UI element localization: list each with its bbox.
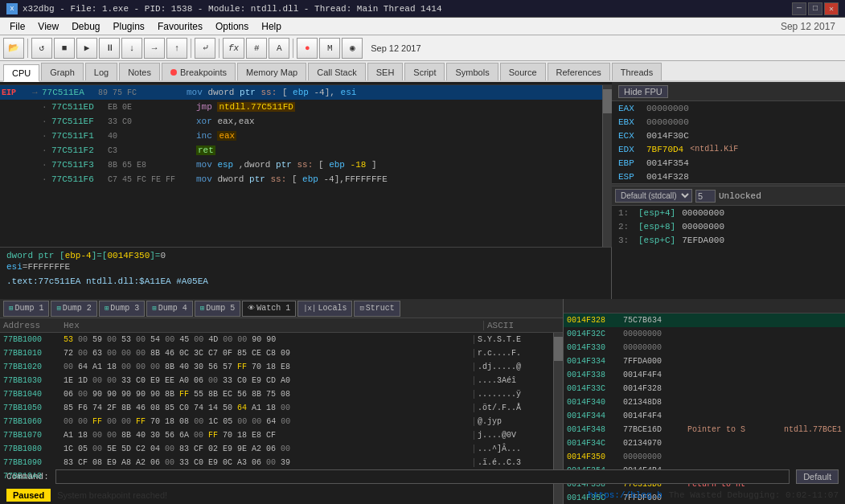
arrow-icon: →: [32, 88, 42, 97]
disasm-hex-7: C7 45 FC FE FF: [108, 175, 196, 184]
toolbar-open[interactable]: 📂: [3, 38, 24, 59]
disasm-row[interactable]: · 77C511EF 33 C0 xor eax,eax: [0, 114, 602, 129]
stack-row[interactable]: 0014F348 77BCE16D Pointer to S ntdll.77B…: [564, 423, 845, 436]
disasm-scrollbar[interactable]: [602, 85, 612, 247]
toolbar-hash[interactable]: #: [246, 38, 267, 59]
dump-tab-label-4: Dump 4: [158, 304, 187, 313]
toolbar-font[interactable]: A: [269, 38, 289, 59]
disasm-hex-6: 8B 65 E8: [108, 161, 196, 170]
disasm-scrollbar-thumb[interactable]: [603, 89, 612, 113]
toolbar-separator-4: [293, 39, 293, 58]
tab-source[interactable]: Source: [500, 63, 546, 80]
tab-call-stack[interactable]: Call Stack: [308, 63, 366, 80]
menu-item-plugins[interactable]: Plugins: [107, 19, 151, 34]
toolbar-pause[interactable]: ⏸: [99, 38, 120, 59]
disasm-row[interactable]: · 77C511F3 8B 65 E8 mov esp ,dword ptr s…: [0, 158, 602, 172]
dump-row[interactable]: 77BB1070 A1 18 00 00 8B 40 30 56 6A 00 F…: [0, 428, 553, 442]
toolbar-trace[interactable]: ◉: [342, 38, 363, 59]
tab-memory-map[interactable]: Memory Map: [237, 63, 306, 80]
menu-item-file[interactable]: File: [3, 19, 31, 34]
command-input[interactable]: [55, 469, 790, 484]
stack-row-current[interactable]: 0014F328 75C7B634: [564, 313, 845, 327]
toolbar-expr[interactable]: fx: [223, 38, 244, 59]
disasm-row[interactable]: · 77C511F2 C3 ret: [0, 143, 602, 158]
toolbar-run-to-cursor[interactable]: ⤶: [195, 38, 215, 59]
toolbar-restart[interactable]: ↺: [31, 38, 52, 59]
dump-tab-2[interactable]: ⊞ Dump 2: [51, 301, 96, 317]
info-line-3: .text:77c511EA ntdll.dll:$A11EA #A05EA: [6, 277, 605, 286]
tab-log[interactable]: Log: [85, 63, 117, 80]
disasm-mnem-2: jmp ntdll.77C511FD: [196, 102, 295, 112]
reg-esp: ESP 0014F328: [612, 170, 845, 183]
menu-item-view[interactable]: View: [31, 19, 65, 34]
dump-tab-5[interactable]: ⊞ Dump 5: [195, 301, 240, 317]
tab-breakpoints[interactable]: Breakpoints: [162, 63, 236, 80]
stack-row[interactable]: 0014F32C 00000000: [564, 327, 845, 341]
tab-label: Log: [94, 68, 109, 77]
dump-row[interactable]: 77BB1000 53 00 59 00 53 00 54 00 45 00 4…: [0, 333, 553, 346]
dump-row[interactable]: 77BB1040 06 00 90 90 90 90 90 8B FF 55 8…: [0, 387, 553, 401]
dump-tab-struct[interactable]: ⊡ Struct: [354, 301, 400, 317]
disasm-row[interactable]: · 77C511ED EB 0E jmp ntdll.77C511FD: [0, 100, 602, 114]
minimize-button[interactable]: ─: [792, 2, 806, 15]
tab-threads[interactable]: Threads: [612, 63, 662, 80]
dump-icon-1: ⊞: [9, 304, 13, 313]
disasm-addr-3: 77C511EF: [51, 117, 108, 126]
stack-row[interactable]: 0014F344 0014F4F4: [564, 409, 845, 423]
dump-tab-locals[interactable]: |x| Locals: [297, 301, 352, 317]
toolbar-bp[interactable]: ●: [297, 38, 318, 59]
callstack-count-input[interactable]: [695, 190, 716, 203]
dump-icon-5: ⊞: [200, 304, 204, 313]
stack-row[interactable]: 0014F33C 0014F328: [564, 382, 845, 395]
menu-item-help[interactable]: Help: [255, 19, 288, 34]
dump-row[interactable]: 77BB1050 85 F6 74 2F 8B 46 08 85 C0 74 1…: [0, 401, 553, 415]
status-paused-badge: Paused: [6, 489, 51, 502]
dump-tab-watch1[interactable]: 👁 Watch 1: [242, 301, 296, 317]
toolbar-mem[interactable]: M: [319, 38, 340, 59]
default-button[interactable]: Default: [796, 469, 839, 484]
toolbar-step-over[interactable]: →: [144, 38, 165, 59]
dump-tab-3[interactable]: ⊞ Dump 3: [99, 301, 145, 317]
tab-label: Notes: [128, 68, 151, 77]
tab-seh[interactable]: SEH: [367, 63, 404, 80]
dump-row[interactable]: 77BB1090 83 CF 08 E9 A8 A2 06 00 33 C0 E…: [0, 456, 553, 469]
dump-tab-4[interactable]: ⊞ Dump 4: [146, 301, 192, 317]
tab-cpu[interactable]: CPU: [3, 64, 39, 82]
toolbar-run[interactable]: ▶: [76, 38, 97, 59]
disasm-row[interactable]: · 77C511F6 C7 45 FC FE FF mov dword ptr …: [0, 172, 602, 186]
disasm-row[interactable]: EIP → 77C511EA 89 75 FC mov dword ptr ss…: [0, 85, 602, 100]
titlebar: x x32dbg - File: 1.exe - PID: 1538 - Mod…: [0, 0, 845, 18]
tab-notes[interactable]: Notes: [119, 63, 160, 80]
menu-item-debug[interactable]: Debug: [65, 19, 106, 34]
dump-scrollbar-thumb[interactable]: [554, 337, 563, 361]
toolbar-stop[interactable]: ■: [54, 38, 75, 59]
maximize-button[interactable]: □: [808, 2, 822, 15]
hide-fpu-button[interactable]: Hide FPU: [618, 85, 668, 98]
dump-row[interactable]: 77BB1020 00 64 A1 18 00 00 00 8B 40 30 5…: [0, 360, 553, 374]
tab-symbols[interactable]: Symbols: [446, 63, 498, 80]
dump-tab-1[interactable]: ⊞ Dump 1: [3, 301, 49, 317]
stack-row[interactable]: 0014F340 021348D8: [564, 395, 845, 409]
stack-row[interactable]: 0014F34C 02134970: [564, 436, 845, 450]
close-button[interactable]: ✕: [824, 2, 839, 15]
dump-row[interactable]: 77BB1010 72 00 63 00 00 00 8B 46 0C 3C C…: [0, 346, 553, 360]
stack-row[interactable]: 0014F330 00000000: [564, 341, 845, 354]
tab-references[interactable]: References: [548, 63, 610, 80]
menu-item-favourites[interactable]: Favourites: [151, 19, 209, 34]
dump-row[interactable]: 77BB1080 1C 05 00 5E 5D C2 04 00 83 CF 0…: [0, 442, 553, 456]
stack-row[interactable]: 0014F338 0014F4F4: [564, 368, 845, 382]
tab-label: CPU: [12, 68, 31, 78]
callstack-area: 1: [esp+4] 00000000 2: [esp+8] 00000000 …: [612, 206, 845, 247]
reg-ebp: EBP 0014F354: [612, 156, 845, 170]
disasm-row[interactable]: · 77C511F1 40 inc eax: [0, 129, 602, 143]
menu-item-options[interactable]: Options: [209, 19, 255, 34]
stack-row[interactable]: 0014F334 7FFDA000: [564, 354, 845, 368]
dump-row[interactable]: 77BB1060 00 00 FF 00 00 FF 70 18 08 00 1…: [0, 415, 553, 428]
stack-row[interactable]: 0014F350 00000000: [564, 450, 845, 464]
tab-graph[interactable]: Graph: [41, 63, 84, 80]
toolbar-step-out[interactable]: ↑: [166, 38, 187, 59]
dump-row[interactable]: 77BB1030 1E 1D 00 00 33 C0 E9 EE A0 06 0…: [0, 374, 553, 387]
tab-script[interactable]: Script: [404, 63, 445, 80]
toolbar-step-into[interactable]: ↓: [121, 38, 142, 59]
callstack-type-select[interactable]: Default (stdcall): [615, 189, 692, 203]
